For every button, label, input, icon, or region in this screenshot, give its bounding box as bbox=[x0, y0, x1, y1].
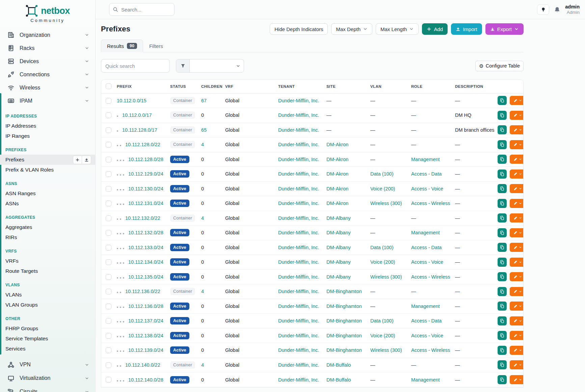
vlan-link[interactable]: Data (100) bbox=[370, 245, 394, 250]
clone-prefix-button[interactable] bbox=[498, 302, 507, 311]
edit-prefix-button[interactable] bbox=[510, 184, 524, 193]
prefix-link[interactable]: 10.112.0.0/17 bbox=[122, 112, 152, 118]
site-link[interactable]: DM-Albany bbox=[326, 245, 351, 250]
role-link[interactable]: Management bbox=[411, 230, 440, 235]
tenant-link[interactable]: Dunder-Mifflin, Inc. bbox=[278, 347, 319, 353]
tenant-link[interactable]: Dunder-Mifflin, Inc. bbox=[278, 157, 319, 162]
edit-prefix-button[interactable] bbox=[510, 140, 524, 149]
tab-filters[interactable]: Filters bbox=[143, 40, 169, 52]
clone-prefix-button[interactable] bbox=[498, 199, 507, 208]
notifications-bell-icon[interactable] bbox=[554, 6, 560, 13]
tenant-link[interactable]: Dunder-Mifflin, Inc. bbox=[278, 259, 319, 265]
edit-prefix-button[interactable] bbox=[510, 213, 524, 223]
site-link[interactable]: DM-Binghamton bbox=[326, 304, 362, 309]
clone-prefix-button[interactable] bbox=[498, 287, 507, 296]
row-checkbox[interactable] bbox=[106, 112, 111, 118]
role-link[interactable]: Access - Voice bbox=[411, 259, 443, 265]
sidebar-item-ipam[interactable]: IPAM bbox=[0, 94, 95, 107]
tenant-link[interactable]: Dunder-Mifflin, Inc. bbox=[278, 377, 319, 383]
column-header-tenant[interactable]: TENANT bbox=[277, 80, 325, 93]
site-link[interactable]: DM-Albany bbox=[326, 259, 351, 265]
site-link[interactable]: DM-Buffalo bbox=[326, 362, 351, 368]
clone-prefix-button[interactable] bbox=[498, 169, 507, 179]
row-checkbox[interactable] bbox=[106, 274, 111, 280]
tenant-link[interactable]: Dunder-Mifflin, Inc. bbox=[278, 318, 319, 323]
edit-prefix-button[interactable] bbox=[510, 199, 524, 208]
row-checkbox[interactable] bbox=[106, 186, 111, 192]
site-link[interactable]: DM-Binghamton bbox=[326, 333, 362, 338]
clone-prefix-button[interactable] bbox=[498, 111, 507, 120]
prefix-link[interactable]: 10.112.131.0/24 bbox=[128, 201, 163, 206]
prefix-link[interactable]: 10.112.136.0/28 bbox=[128, 304, 163, 309]
select-all-checkbox[interactable] bbox=[106, 83, 111, 89]
clone-prefix-button[interactable] bbox=[498, 228, 507, 237]
role-link[interactable]: Access - Voice bbox=[411, 333, 443, 338]
tenant-link[interactable]: Dunder-Mifflin, Inc. bbox=[278, 333, 319, 338]
role-link[interactable]: Access - Wireless bbox=[411, 274, 450, 280]
column-header-prefix[interactable]: PREFIX bbox=[115, 80, 169, 93]
tab-results[interactable]: Results 90 bbox=[101, 40, 143, 52]
prefix-link[interactable]: 10.112.135.0/24 bbox=[128, 274, 163, 280]
site-link[interactable]: DM-Akron bbox=[326, 142, 348, 147]
row-checkbox[interactable] bbox=[106, 142, 111, 148]
site-link[interactable]: DM-Akron bbox=[326, 201, 348, 206]
site-link[interactable]: DM-Albany bbox=[326, 215, 351, 221]
vlan-link[interactable]: Voice (200) bbox=[370, 259, 395, 265]
vlan-link[interactable]: Data (100) bbox=[370, 171, 394, 177]
sidebar-item-vpn[interactable]: VPN bbox=[0, 358, 95, 371]
vlan-link[interactable]: Wireless (300) bbox=[370, 347, 402, 353]
global-search-input[interactable] bbox=[121, 7, 171, 12]
clone-prefix-button[interactable] bbox=[498, 316, 507, 325]
edit-prefix-button[interactable] bbox=[510, 316, 524, 325]
row-checkbox[interactable] bbox=[106, 304, 111, 309]
tenant-link[interactable]: Dunder-Mifflin, Inc. bbox=[278, 201, 319, 206]
row-checkbox[interactable] bbox=[106, 362, 111, 368]
prefix-link[interactable]: 10.112.140.0/28 bbox=[128, 377, 163, 383]
edit-prefix-button[interactable] bbox=[510, 96, 524, 105]
children-count-link[interactable]: 65 bbox=[201, 127, 207, 133]
tenant-link[interactable]: Dunder-Mifflin, Inc. bbox=[278, 98, 319, 103]
edit-prefix-button[interactable] bbox=[510, 375, 524, 384]
children-count-link[interactable]: 4 bbox=[201, 362, 204, 368]
clone-prefix-button[interactable] bbox=[498, 272, 507, 281]
edit-prefix-button[interactable] bbox=[510, 302, 524, 311]
site-link[interactable]: DM-Akron bbox=[326, 186, 348, 191]
hide-depth-indicators-button[interactable]: Hide Depth Indicators bbox=[270, 23, 328, 35]
row-checkbox[interactable] bbox=[106, 215, 111, 221]
max-depth-dropdown[interactable]: Max Depth bbox=[331, 23, 372, 35]
filter-button[interactable] bbox=[176, 59, 190, 72]
edit-prefix-button[interactable] bbox=[510, 155, 524, 164]
user-menu[interactable]: admin Admin bbox=[565, 4, 580, 16]
prefix-link[interactable]: 10.112.138.0/24 bbox=[128, 333, 163, 338]
prefix-link[interactable]: 10.112.134.0/24 bbox=[128, 259, 163, 265]
children-count-link[interactable]: 4 bbox=[201, 142, 204, 147]
edit-prefix-button[interactable] bbox=[510, 111, 524, 120]
prefix-link[interactable]: 10.112.136.0/22 bbox=[125, 289, 160, 294]
prefix-link[interactable]: 10.112.128.0/28 bbox=[128, 157, 163, 162]
edit-prefix-button[interactable] bbox=[510, 331, 524, 340]
edit-prefix-button[interactable] bbox=[510, 125, 524, 134]
add-prefix-button[interactable] bbox=[73, 156, 82, 164]
clone-prefix-button[interactable] bbox=[498, 140, 507, 149]
column-header-site[interactable]: SITE bbox=[325, 80, 369, 93]
sidebar-item-vlans[interactable]: VLANs bbox=[0, 290, 95, 300]
vlan-link[interactable]: Wireless (300) bbox=[370, 274, 402, 280]
row-checkbox[interactable] bbox=[106, 259, 111, 265]
row-checkbox[interactable] bbox=[106, 230, 111, 236]
edit-prefix-button[interactable] bbox=[510, 258, 524, 267]
prefix-link[interactable]: 10.112.128.0/22 bbox=[125, 142, 160, 147]
children-count-link[interactable]: 67 bbox=[201, 98, 207, 103]
sidebar-item-route-targets[interactable]: Route Targets bbox=[0, 266, 95, 276]
sidebar-item-rirs[interactable]: RIRs bbox=[0, 232, 95, 242]
configure-table-button[interactable]: ⚙ Configure Table bbox=[475, 61, 524, 71]
prefix-link[interactable]: 10.112.133.0/24 bbox=[128, 245, 163, 250]
prefix-link[interactable]: 10.112.132.0/28 bbox=[128, 230, 163, 235]
row-checkbox[interactable] bbox=[106, 157, 111, 162]
tenant-link[interactable]: Dunder-Mifflin, Inc. bbox=[278, 274, 319, 280]
tenant-link[interactable]: Dunder-Mifflin, Inc. bbox=[278, 230, 319, 235]
vlan-link[interactable]: Data (100) bbox=[370, 318, 394, 323]
site-link[interactable]: DM-Akron bbox=[326, 171, 348, 177]
theme-toggle-button[interactable] bbox=[537, 4, 549, 15]
tenant-link[interactable]: Dunder-Mifflin, Inc. bbox=[278, 289, 319, 294]
prefix-link[interactable]: 10.112.140.0/22 bbox=[125, 362, 160, 368]
